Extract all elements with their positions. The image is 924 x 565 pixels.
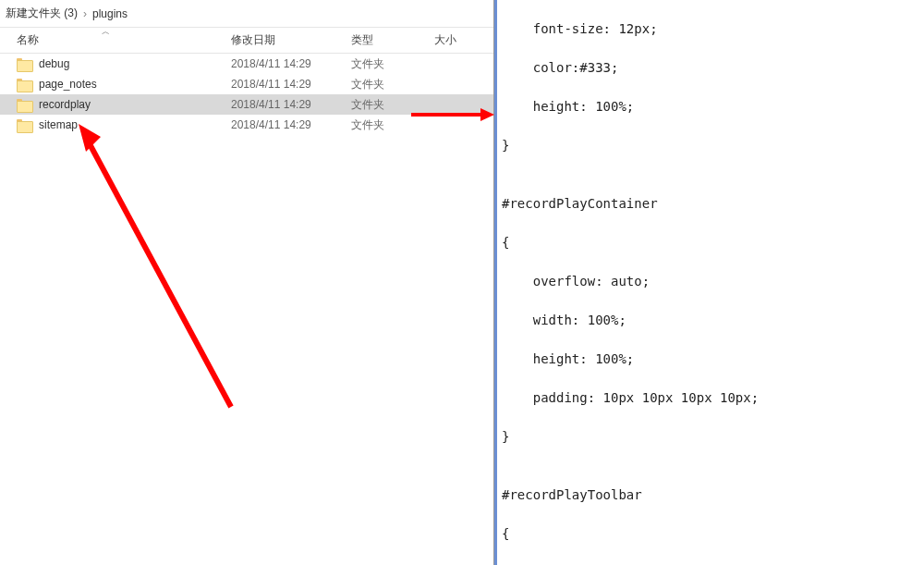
- row-name-cell: debug: [0, 57, 231, 70]
- code-line: height: 100%;: [502, 350, 917, 369]
- row-type-cell: 文件夹: [351, 117, 434, 133]
- file-name: debug: [39, 57, 69, 70]
- row-date-cell: 2018/4/11 14:29: [231, 98, 351, 111]
- row-type-cell: 文件夹: [351, 97, 434, 113]
- code-line: font-size: 12px;: [502, 19, 917, 39]
- file-explorer-pane: 新建文件夹 (3) › plugins ︿ 名称 修改日期 类型 大小 debu…: [0, 0, 494, 565]
- column-header-type[interactable]: 类型: [351, 32, 434, 48]
- pane-divider[interactable]: [494, 0, 497, 565]
- row-date-cell: 2018/4/11 14:29: [231, 118, 351, 131]
- column-header-date[interactable]: 修改日期: [231, 32, 351, 48]
- column-header-size[interactable]: 大小: [434, 32, 480, 48]
- table-row[interactable]: debug2018/4/11 14:29文件夹: [0, 54, 493, 74]
- code-line: color:#333;: [502, 58, 917, 78]
- sort-caret-icon: ︿: [102, 26, 110, 38]
- code-line: padding: 10px 10px 10px 10px;: [502, 388, 917, 408]
- table-row[interactable]: page_notes2018/4/11 14:29文件夹: [0, 74, 493, 94]
- column-header-row: ︿ 名称 修改日期 类型 大小: [0, 28, 493, 54]
- folder-icon: [17, 119, 31, 131]
- row-name-cell: recordplay: [0, 98, 231, 111]
- file-list: debug2018/4/11 14:29文件夹page_notes2018/4/…: [0, 54, 493, 135]
- code-editor-pane[interactable]: font-size: 12px; color:#333; height: 100…: [494, 0, 924, 565]
- code-line: overflow: auto;: [502, 272, 917, 291]
- breadcrumb-folder[interactable]: 新建文件夹 (3): [6, 6, 78, 21]
- folder-icon: [17, 79, 31, 91]
- breadcrumb-current[interactable]: plugins: [92, 7, 128, 20]
- row-date-cell: 2018/4/11 14:29: [231, 78, 351, 91]
- file-name: sitemap: [39, 118, 78, 131]
- file-name: recordplay: [39, 98, 91, 111]
- row-date-cell: 2018/4/11 14:29: [231, 57, 351, 70]
- row-name-cell: page_notes: [0, 78, 231, 91]
- folder-icon: [17, 58, 31, 70]
- column-header-name[interactable]: 名称: [0, 32, 231, 48]
- row-type-cell: 文件夹: [351, 77, 434, 92]
- code-line: height: 100%;: [502, 97, 917, 117]
- row-name-cell: sitemap: [0, 118, 231, 131]
- row-type-cell: 文件夹: [351, 56, 434, 72]
- code-line: }: [502, 427, 917, 447]
- annotation-arrow-diagonal: [69, 120, 245, 416]
- breadcrumb-separator: ›: [83, 7, 87, 20]
- code-line: #recordPlayToolbar: [502, 485, 917, 505]
- code-line: {: [502, 233, 917, 252]
- code-line: width: 100%;: [502, 311, 917, 330]
- svg-line-2: [88, 141, 231, 407]
- code-line: }: [502, 136, 917, 155]
- breadcrumb[interactable]: 新建文件夹 (3) › plugins: [0, 0, 493, 28]
- table-row[interactable]: sitemap2018/4/11 14:29文件夹: [0, 115, 493, 135]
- folder-icon: [17, 99, 31, 111]
- file-name: page_notes: [39, 78, 97, 91]
- code-line: {: [502, 524, 917, 544]
- code-line: #recordPlayContainer: [502, 194, 917, 214]
- table-row[interactable]: recordplay2018/4/11 14:29文件夹: [0, 94, 493, 115]
